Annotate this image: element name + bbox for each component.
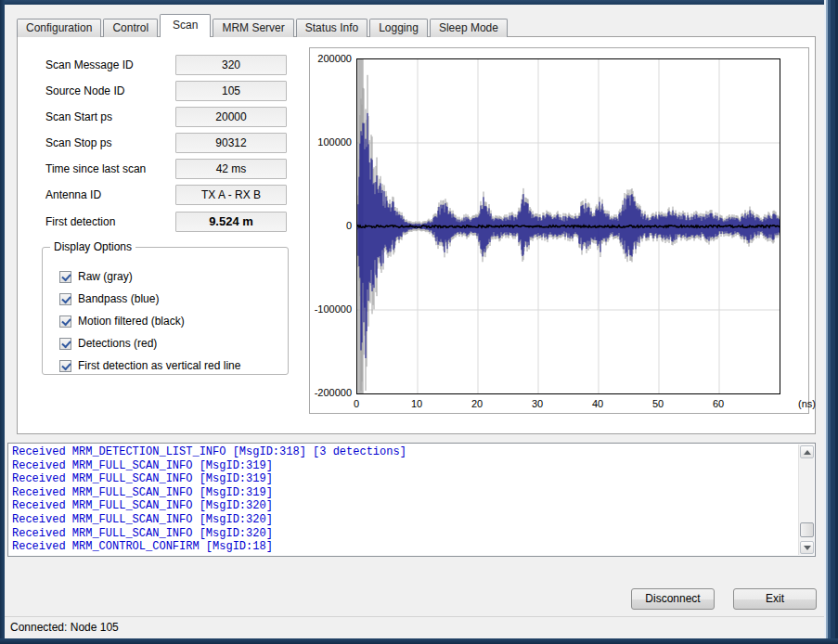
display-options-group: Display Options Raw (gray) Bandpass (blu… [42, 247, 289, 375]
x-axis-tick: 30 [519, 398, 556, 409]
scrollbar-thumb[interactable] [800, 522, 814, 537]
y-axis-tick: -100000 [310, 303, 352, 316]
x-axis-tick: 20 [458, 398, 496, 409]
detections-checkbox[interactable] [59, 338, 71, 350]
bandpass-checkbox[interactable] [59, 293, 71, 305]
checkbox-label: Detections (red) [78, 337, 157, 350]
field-label: Source Node ID [45, 81, 185, 101]
tab-logging[interactable]: Logging [369, 19, 428, 37]
x-axis-tick: 50 [639, 398, 677, 409]
arrow-up-icon [804, 450, 811, 455]
scroll-up-button[interactable] [800, 445, 814, 458]
field-label: Antenna ID [45, 185, 185, 205]
tab-status-info[interactable]: Status Info [296, 19, 367, 37]
time-since-last-scan-value: 42 ms [175, 159, 287, 179]
first-detection-line-checkbox[interactable] [59, 360, 71, 372]
scan-waveform-chart: 200000 100000 0 -100000 -200000 0 10 20 … [309, 47, 809, 414]
checkbox-label: Motion filtered (black) [78, 315, 185, 328]
message-log[interactable]: Received MRM_DETECTION_LIST_INFO [MsgID:… [7, 443, 816, 557]
tab-sleep-mode[interactable]: Sleep Mode [430, 19, 508, 37]
field-label: First detection [45, 212, 185, 232]
scroll-down-button[interactable] [800, 541, 814, 554]
field-label: Time since last scan [45, 159, 185, 179]
window-border-top [0, 0, 838, 5]
connection-status-text: Connected: Node 105 [5, 617, 824, 638]
log-line: Received MRM_CONTROL_CONFIRM [MsgID:18] [8, 540, 815, 554]
waveform-svg [357, 59, 780, 393]
y-axis-tick: 100000 [310, 135, 352, 148]
window-border-bottom [0, 638, 838, 644]
bandpass-series [357, 113, 780, 358]
status-bar: Connected: Node 105 [5, 616, 824, 638]
field-row: Scan Message ID 320 [18, 55, 324, 75]
checkbox-row[interactable]: Detections (red) [59, 336, 157, 351]
checkbox-row[interactable]: Raw (gray) [59, 269, 133, 284]
x-axis-tick: 40 [579, 398, 616, 409]
display-options-title: Display Options [50, 240, 135, 253]
exit-button[interactable]: Exit [733, 588, 817, 610]
x-axis-tick: 60 [700, 398, 737, 409]
plot-area [356, 58, 780, 394]
log-scrollbar[interactable] [798, 444, 814, 555]
source-node-id-value: 105 [175, 81, 287, 101]
checkbox-row[interactable]: First detection as vertical red line [59, 358, 240, 373]
scan-message-id-value: 320 [175, 55, 287, 75]
app-window: Configuration Control Scan MRM Server St… [0, 0, 838, 644]
tab-scan[interactable]: Scan [160, 14, 211, 37]
field-label: Scan Start ps [45, 107, 185, 127]
window-border-left [0, 0, 5, 644]
tab-control[interactable]: Control [103, 19, 158, 37]
checkbox-row[interactable]: Motion filtered (black) [59, 314, 185, 328]
x-axis-unit-label: (ns) [779, 398, 816, 409]
antenna-id-value: TX A - RX B [175, 185, 287, 205]
field-row: Source Node ID 105 [18, 81, 324, 101]
x-axis-tick: 10 [398, 398, 435, 409]
checkbox-label: Bandpass (blue) [78, 292, 159, 305]
motion-filtered-checkbox[interactable] [59, 316, 71, 328]
y-axis-tick: 200000 [310, 52, 352, 65]
field-row: First detection 9.524 m [18, 212, 324, 232]
y-axis-tick: 0 [310, 219, 352, 232]
field-label: Scan Message ID [45, 55, 185, 75]
field-row: Antenna ID TX A - RX B [18, 185, 324, 205]
raw-checkbox[interactable] [59, 271, 71, 283]
log-line: Received MRM_DETECTION_LIST_INFO [MsgID:… [8, 445, 815, 459]
field-row: Scan Stop ps 90312 [18, 133, 324, 153]
checkbox-label: Raw (gray) [78, 270, 133, 283]
tab-mrm-server[interactable]: MRM Server [213, 19, 293, 37]
log-line: Received MRM_FULL_SCAN_INFO [MsgID:319] [8, 459, 815, 473]
log-line: Received MRM_FULL_SCAN_INFO [MsgID:320] [8, 499, 815, 513]
x-axis-tick: 0 [338, 398, 375, 409]
log-line: Received MRM_FULL_SCAN_INFO [MsgID:320] [8, 513, 815, 527]
field-label: Scan Stop ps [45, 133, 185, 153]
field-row: Scan Start ps 20000 [18, 107, 324, 127]
tab-configuration[interactable]: Configuration [17, 19, 101, 37]
log-line: Received MRM_FULL_SCAN_INFO [MsgID:319] [8, 486, 815, 500]
arrow-down-icon [804, 546, 811, 550]
checkbox-label: First detection as vertical red line [78, 359, 240, 372]
scan-tab-page: Scan Message ID 320 Source Node ID 105 S… [17, 36, 816, 434]
first-detection-value: 9.524 m [175, 212, 287, 232]
disconnect-button[interactable]: Disconnect [631, 588, 715, 610]
checkbox-row[interactable]: Bandpass (blue) [59, 291, 159, 306]
tab-bar: Configuration Control Scan MRM Server St… [17, 14, 509, 37]
field-row: Time since last scan 42 ms [18, 159, 324, 179]
scan-start-value: 20000 [175, 107, 287, 127]
scan-stop-value: 90312 [175, 133, 287, 153]
window-border-right [824, 0, 838, 644]
log-line: Received MRM_FULL_SCAN_INFO [MsgID:319] [8, 472, 815, 486]
y-axis-tick: -200000 [310, 386, 352, 399]
log-line: Received MRM_FULL_SCAN_INFO [MsgID:320] [8, 527, 815, 541]
log-lines: Received MRM_DETECTION_LIST_INFO [MsgID:… [8, 444, 815, 554]
